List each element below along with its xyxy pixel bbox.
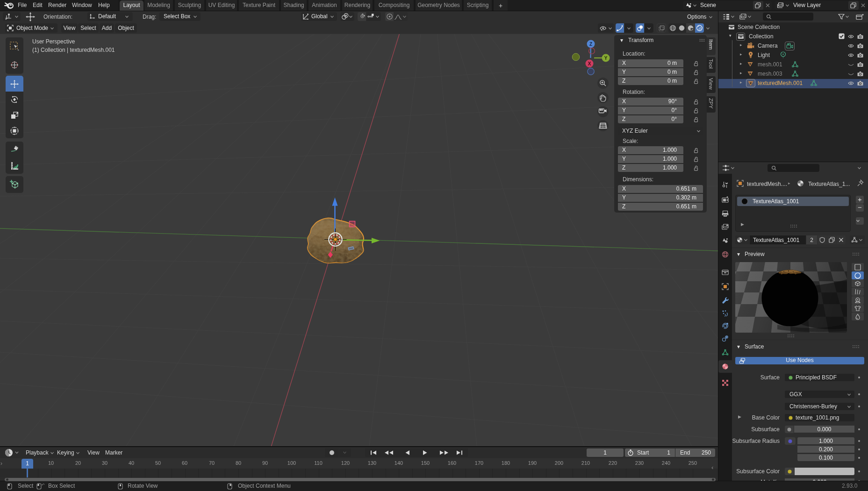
svg-text:Z: Z: [589, 42, 592, 47]
svg-text:X: X: [588, 61, 591, 66]
svg-text:Y: Y: [604, 56, 608, 61]
